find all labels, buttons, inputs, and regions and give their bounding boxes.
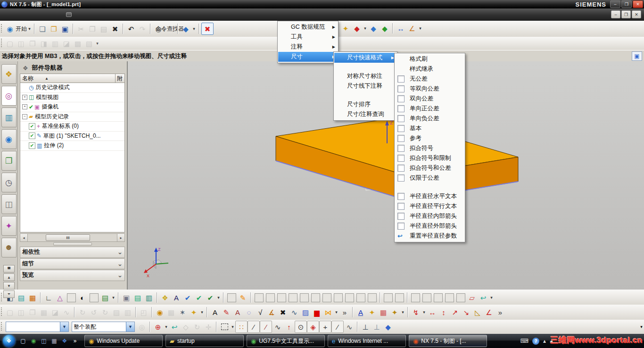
checkbox-icon[interactable] (397, 135, 405, 142)
menu-item[interactable]: 尺寸 ▶ (278, 52, 338, 62)
weld-symbol-button[interactable]: ⋈ (322, 307, 334, 318)
dropdown-caret[interactable]: ▾ (199, 307, 205, 318)
dropdown-caret[interactable]: ▾ (363, 23, 368, 34)
section-line-button[interactable]: ◰ (138, 307, 149, 318)
update-views-button[interactable]: ▩ (72, 38, 83, 49)
menu-item[interactable]: ↩ 仅限于公差 ▶ (395, 173, 464, 183)
undo-button[interactable]: ↶ (125, 23, 137, 34)
blank-button[interactable] (421, 292, 432, 303)
menu-item[interactable] (24, 13, 28, 17)
snap-plus-button[interactable]: + (319, 321, 331, 333)
group-frame-button[interactable]: ▣ (121, 292, 132, 303)
checkbox-icon[interactable]: ✔ (29, 133, 35, 139)
snap-quadrant-button[interactable]: ◈ (307, 321, 319, 333)
menu-item[interactable]: 尺寸排序 ▶ (334, 99, 396, 109)
blank-button[interactable] (66, 292, 77, 303)
menu-item[interactable] (47, 13, 52, 17)
new-sheet-button[interactable]: ◫ (16, 38, 27, 49)
task-windows-update[interactable]: ◉ Windows Update (84, 335, 163, 347)
tag-button[interactable]: ❖ (159, 292, 171, 303)
menu-item[interactable]: ↩ 无公差 ▶ (395, 74, 464, 84)
media-player-icon[interactable]: ◉ (29, 337, 38, 345)
dropdown-caret[interactable]: ▾ (334, 307, 339, 318)
check-mate-button[interactable]: ✔ (182, 292, 193, 303)
section-view-button[interactable]: ▥ (50, 38, 61, 49)
leader-marker-button[interactable]: ✎ (221, 307, 232, 318)
break-view-button[interactable]: ◪ (61, 38, 72, 49)
blank-button[interactable] (355, 292, 366, 303)
menu-item[interactable]: 对称尺寸标注 ▶ (334, 71, 396, 81)
menu-item[interactable]: ↩ 双向公差 ▶ (395, 94, 464, 104)
spreadsheet-button[interactable]: ▦ (27, 292, 38, 303)
blank-button[interactable] (226, 292, 237, 303)
play-dimension-button[interactable]: ◆ (368, 23, 379, 34)
blank-button[interactable] (276, 292, 287, 303)
note-text-button[interactable]: A (209, 307, 221, 318)
menu-item[interactable]: ↩ 拟合符号 ▶ (395, 143, 464, 153)
cut-button[interactable]: ✂ (75, 23, 87, 34)
blank-button[interactable] (366, 292, 378, 303)
new-file-button[interactable]: ❏ (37, 23, 48, 34)
blank-button[interactable] (287, 292, 298, 303)
scrollbar-thumb[interactable]: ▮▮ (46, 234, 90, 241)
dropdown-caret[interactable]: ▾ (95, 38, 100, 49)
tree-datum-csys[interactable]: ✔ ✔ + 基准坐标系 (0) (20, 122, 124, 132)
delete-button[interactable]: ✖ (109, 23, 121, 34)
check-mark-icon[interactable]: ✔ (29, 104, 33, 110)
menu-item[interactable]: ↩ 半径直径水平文本 ▶ (395, 191, 464, 201)
menu-item[interactable] (19, 13, 24, 17)
new-sheet-button[interactable]: ▢ (4, 307, 16, 318)
angle-tool-button[interactable]: ∡ (266, 307, 277, 318)
select-rectangle-button[interactable] (219, 321, 230, 332)
tree-history-mode[interactable]: ✔ ✔ ◷ 历史记录模式 (20, 83, 124, 93)
sketch-grid-button[interactable]: ▦ (378, 307, 389, 318)
checkbox-icon[interactable]: ✔ (29, 142, 35, 149)
task-internet-explorer[interactable]: e Windows Internet ... (328, 335, 406, 347)
checkbox-icon[interactable] (397, 85, 405, 92)
combo-dropdown-icon[interactable]: ▼ (126, 322, 134, 331)
menu-item[interactable]: ↩ 基本 ▶ (395, 124, 464, 133)
surface-finish-button[interactable]: √ (255, 307, 266, 318)
dropdown-caret[interactable]: ▾ (27, 23, 32, 34)
key-grid-button[interactable]: ✦ (188, 307, 199, 318)
tree-sketch[interactable]: ✔ ✔ ✎ 草图 (1) "SKETCH_0... (20, 132, 124, 141)
combo-dropdown-icon[interactable]: ▼ (60, 322, 68, 331)
toolbar-overflow-caret[interactable]: ▾ (639, 321, 644, 332)
tree-extrude[interactable]: ✔ ✔ ▥ 拉伸 (2) (20, 141, 124, 151)
rotate-view-2-button[interactable]: ↺ (88, 307, 99, 318)
play-annotation-button[interactable]: ◆ (351, 23, 363, 34)
cross-out-button[interactable]: ✖ (277, 307, 289, 318)
web-browser-tab[interactable]: ❐ (1, 151, 17, 171)
column-name-header[interactable]: 名称 ▲ (20, 75, 115, 83)
reset-orientation-button[interactable]: ↩ (169, 321, 180, 332)
delete-view-button[interactable]: ▧ (83, 38, 95, 49)
checkbox-icon[interactable] (397, 155, 405, 162)
text-page-button[interactable]: A (171, 292, 182, 303)
expander-icon[interactable]: − (22, 114, 27, 119)
part-navigator-tab[interactable]: ◎ (1, 86, 17, 106)
checkbox-icon[interactable] (397, 213, 405, 220)
blank-button[interactable] (298, 292, 310, 303)
overflow-button[interactable]: » (339, 307, 350, 318)
mdi-minimize-button[interactable]: – (611, 10, 620, 18)
chevron-down-icon[interactable]: ⌄ (117, 260, 123, 267)
panel-details[interactable]: 细节 ⌄ (20, 258, 125, 270)
overflow-button[interactable]: » (495, 307, 506, 318)
column-attr-header[interactable]: 附 (115, 74, 124, 83)
panel-dependencies[interactable]: 相依性 ⌄ (20, 247, 125, 258)
tree-cameras[interactable]: + ✔ ✔ ▣ 摄像机 (20, 102, 124, 112)
chamfer-dim-button[interactable]: ◺ (472, 307, 483, 318)
move-layer-button[interactable]: ▤ (132, 292, 143, 303)
find-component-button[interactable]: ◎ (136, 321, 148, 332)
hd3d-tools-tab[interactable]: ◉ (1, 129, 17, 149)
snap-endpoint-button[interactable]: ∕ (248, 321, 260, 333)
chevron-down-icon[interactable]: ⌄ (117, 272, 123, 279)
show-desktop-icon[interactable]: ▢ (19, 337, 27, 345)
expander-icon[interactable]: + (22, 104, 27, 109)
blank-button[interactable] (344, 292, 355, 303)
menu-item[interactable] (38, 13, 42, 17)
blank-button[interactable] (410, 292, 421, 303)
chevron-down-icon[interactable]: ⌄ (117, 249, 123, 256)
blank-button[interactable] (253, 292, 264, 303)
checkbox-icon[interactable] (397, 165, 405, 172)
